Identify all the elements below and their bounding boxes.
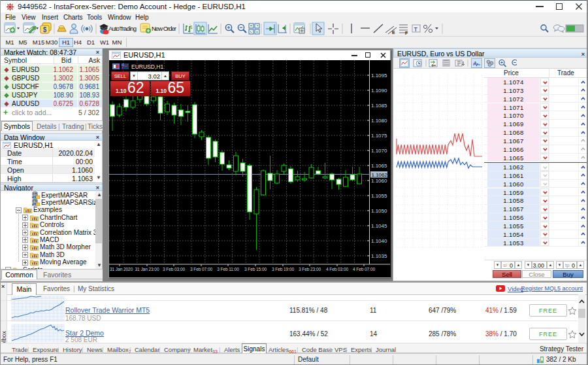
- svg-text:3 Feb 19:00: 3 Feb 19:00: [272, 267, 295, 271]
- svg-text:4 Feb 03:00: 4 Feb 03:00: [326, 267, 349, 271]
- svg-text:E: E: [392, 30, 395, 35]
- svg-text:$: $: [43, 26, 47, 33]
- svg-text:1.1075: 1.1075: [371, 133, 387, 139]
- svg-text:EURUSD,H1: EURUSD,H1: [131, 63, 163, 70]
- svg-text:1.1065: 1.1065: [371, 163, 387, 169]
- svg-text:AutoTrading: AutoTrading: [108, 25, 137, 32]
- svg-text:31 Jan 23:00: 31 Jan 23:00: [135, 267, 159, 271]
- svg-text:3 Feb 23:00: 3 Feb 23:00: [299, 267, 321, 271]
- svg-text:1.1060: 1.1060: [371, 178, 387, 184]
- svg-text:1.1090: 1.1090: [371, 88, 387, 94]
- svg-text:1.1080: 1.1080: [371, 118, 387, 124]
- svg-text:New Order: New Order: [152, 25, 176, 32]
- svg-text:4 Feb 07:00: 4 Feb 07:00: [353, 267, 376, 271]
- svg-text:3 Feb 03:00: 3 Feb 03:00: [163, 267, 186, 271]
- svg-text:F: F: [405, 31, 408, 35]
- svg-text:1.1085: 1.1085: [371, 103, 387, 109]
- svg-text:3 Feb 07:00: 3 Feb 07:00: [190, 267, 213, 271]
- svg-text:1.1055: 1.1055: [371, 193, 387, 199]
- svg-text:1.1045: 1.1045: [371, 223, 387, 229]
- svg-text:1.1062: 1.1062: [372, 172, 388, 178]
- svg-text:1.1035: 1.1035: [371, 253, 387, 259]
- svg-text:1.1095: 1.1095: [371, 73, 387, 78]
- svg-text:3 Feb 11:00: 3 Feb 11:00: [217, 267, 239, 271]
- svg-text:T: T: [414, 26, 418, 33]
- svg-text:3 Feb 15:00: 3 Feb 15:00: [244, 267, 267, 271]
- svg-text:1.1040: 1.1040: [371, 238, 387, 244]
- svg-text:31 Jan 2020: 31 Jan 2020: [110, 267, 133, 271]
- svg-text:1.1050: 1.1050: [371, 208, 387, 214]
- svg-text:1.1070: 1.1070: [371, 148, 387, 154]
- svg-text:1: 1: [190, 25, 193, 29]
